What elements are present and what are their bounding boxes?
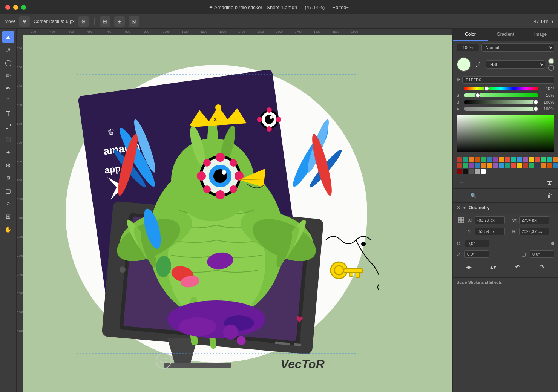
swatch-10[interactable] (517, 157, 522, 162)
swatch-3[interactable] (475, 157, 480, 162)
swatch-37[interactable] (475, 169, 480, 174)
hand-tool-button[interactable]: ✋ (2, 223, 14, 235)
eyedropper-button[interactable]: 🖊 (474, 60, 483, 69)
brush-tool-button[interactable]: ⌒ (2, 95, 14, 107)
geometry-h-input[interactable] (519, 228, 549, 235)
type-tool-button[interactable]: T (2, 108, 14, 120)
stroke-button[interactable] (548, 65, 554, 71)
eyedropper-tool-button[interactable]: 🖊 (2, 121, 14, 133)
swatch-34[interactable] (457, 169, 462, 174)
swatch-15[interactable] (547, 157, 552, 162)
close-window-button[interactable] (5, 5, 10, 10)
alpha-slider[interactable] (464, 107, 538, 111)
rotate-cw-button[interactable]: ↷ (537, 262, 547, 272)
transform-tool-button[interactable]: ⊕ (2, 159, 14, 171)
swatch-20[interactable] (475, 163, 480, 168)
pencil-tool-button[interactable]: ✏ (2, 69, 14, 81)
swatch-9[interactable] (511, 157, 516, 162)
swatch-24[interactable] (499, 163, 504, 168)
swatch-12[interactable] (529, 157, 534, 162)
crosshair-icon[interactable]: ⊕ (19, 16, 30, 27)
spray-tool-button[interactable]: ✦ (2, 146, 14, 158)
artboard-tool-button[interactable]: ⊞ (2, 210, 14, 222)
zoom-effect-button[interactable]: 🔍 (469, 191, 478, 200)
add-swatch-button[interactable]: + (457, 178, 466, 187)
artwork-container[interactable]: amadine app ♛ (54, 52, 379, 376)
swatch-16[interactable] (553, 157, 558, 162)
geometry-section-header[interactable]: ✕ ▼ Geometry (453, 203, 558, 213)
swatch-4[interactable] (481, 157, 486, 162)
swatch-18[interactable] (463, 163, 468, 168)
swatch-26[interactable] (511, 163, 516, 168)
hex-input[interactable] (462, 76, 554, 84)
swatch-22[interactable] (487, 163, 492, 168)
fullscreen-window-button[interactable] (21, 5, 26, 10)
swatch-5[interactable] (487, 157, 492, 162)
swatch-8[interactable] (505, 157, 510, 162)
swatch-1[interactable] (463, 157, 468, 162)
delete-effect-button[interactable]: 🗑 (545, 191, 554, 200)
swatch-29[interactable] (529, 163, 534, 168)
swatch-13[interactable] (535, 157, 540, 162)
hue-slider[interactable] (464, 87, 538, 90)
pen-tool-button[interactable]: ✒ (2, 82, 14, 94)
color-model-select[interactable]: HSB (486, 60, 545, 69)
minimize-window-button[interactable] (13, 5, 18, 10)
canvas-viewport[interactable]: amadine app ♛ (23, 35, 452, 392)
circle-tool-button[interactable]: ○ (2, 198, 14, 210)
crop-tool-button[interactable]: ⊠ (2, 172, 14, 184)
align-right-icon[interactable]: ⊠ (129, 16, 139, 27)
swatch-11[interactable] (523, 157, 528, 162)
select-tool-button[interactable]: ▲ (2, 31, 14, 43)
swatch-27[interactable] (517, 163, 522, 168)
swatch-33[interactable] (553, 163, 558, 168)
swatch-14[interactable] (541, 157, 546, 162)
geometry-w-input[interactable] (519, 216, 549, 224)
geometry-x-input[interactable] (475, 216, 505, 224)
rotate-ccw-button[interactable]: ↶ (512, 262, 523, 272)
swatch-23[interactable] (493, 163, 498, 168)
opacity-input[interactable] (457, 44, 479, 51)
canvas-area[interactable]: 300 400 500 600 700 800 900 1000 1100 12… (17, 29, 452, 392)
zoom-display[interactable]: 47.14% ▾ (534, 19, 553, 24)
flip-h-button[interactable]: ◂▸ (463, 262, 474, 272)
swatch-36[interactable] (469, 169, 474, 174)
blend-mode-select[interactable]: Normal (481, 43, 554, 52)
swatch-28[interactable] (523, 163, 528, 168)
rotation-input-3[interactable] (530, 250, 554, 258)
rotation-input-2[interactable] (464, 250, 489, 258)
saturation-slider[interactable] (464, 93, 538, 97)
fill-tool-button[interactable]: ⬛ (2, 133, 14, 145)
rotation-input-1[interactable] (465, 240, 489, 247)
swatch-19[interactable] (469, 163, 474, 168)
swatch-25[interactable] (505, 163, 510, 168)
swatch-2[interactable] (469, 157, 474, 162)
geometry-close-icon[interactable]: ✕ (457, 205, 460, 210)
align-left-icon[interactable]: ⊟ (100, 16, 110, 27)
swatch-32[interactable] (547, 163, 552, 168)
main-color-swatch[interactable] (457, 57, 471, 72)
delete-swatch-button[interactable]: 🗑 (545, 178, 554, 187)
swatch-21[interactable] (481, 163, 486, 168)
move-tool-label[interactable]: Move (5, 19, 15, 24)
swatch-6[interactable] (493, 157, 498, 162)
swatch-31[interactable] (541, 163, 546, 168)
swatch-7[interactable] (499, 157, 504, 162)
direct-select-tool-button[interactable]: ↗ (2, 44, 14, 56)
color-picker-gradient[interactable] (457, 115, 554, 152)
settings-icon[interactable]: ⚙ (78, 16, 89, 27)
flip-v-button[interactable]: ▴▾ (488, 262, 498, 272)
swatch-17[interactable] (457, 163, 462, 168)
tab-color[interactable]: Color (453, 29, 488, 41)
tab-image[interactable]: Image (523, 29, 558, 41)
rect-tool-button[interactable]: ▢ (2, 185, 14, 197)
tab-gradient[interactable]: Gradient (488, 29, 523, 41)
swatch-38[interactable] (481, 169, 486, 174)
swatch-0[interactable] (457, 157, 462, 162)
geometry-y-input[interactable] (475, 228, 505, 235)
align-center-icon[interactable]: ⊞ (114, 16, 125, 27)
add-effect-button[interactable]: + (457, 191, 466, 200)
brightness-slider[interactable] (464, 100, 538, 104)
swatch-35[interactable] (463, 169, 468, 174)
fill-button[interactable] (548, 58, 554, 64)
